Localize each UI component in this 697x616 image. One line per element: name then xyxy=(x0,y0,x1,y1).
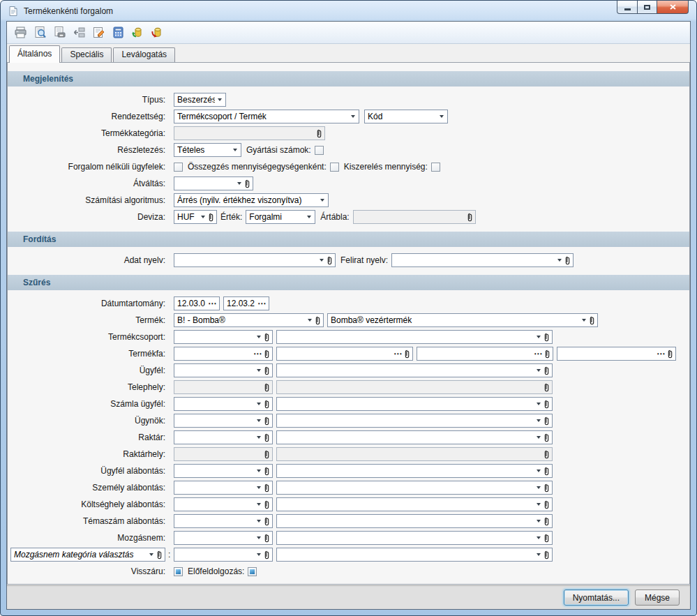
deviza-dropdown[interactable]: HUF xyxy=(174,210,217,224)
termek-dropdown[interactable]: B! - Bomba® xyxy=(174,313,324,327)
ugynok-dropdown[interactable] xyxy=(174,414,273,428)
row-szamitasi-algoritmus: Számítási algoritmus: Árrés (nyilv. érté… xyxy=(8,192,689,209)
ugyfel-alabontas-dropdown[interactable] xyxy=(174,464,273,478)
ugyfel-dropdown[interactable] xyxy=(174,363,273,377)
database-refresh-icon[interactable] xyxy=(130,25,145,40)
termekkategoria-label: Termékkategória: xyxy=(8,128,170,138)
termekcsoport-dropdown[interactable] xyxy=(174,330,273,344)
paperclip-icon xyxy=(544,383,550,392)
chevron-down-icon xyxy=(351,115,355,118)
raktar-label: Raktár: xyxy=(8,433,170,442)
minimize-button[interactable] xyxy=(617,1,638,14)
print-button[interactable]: Nyomtatás... xyxy=(564,589,629,606)
ellipsis-icon[interactable]: ⋯ xyxy=(534,350,542,358)
tab-altalanos[interactable]: Általános xyxy=(9,45,60,63)
paperclip-icon xyxy=(264,366,270,375)
paperclip-icon xyxy=(264,500,270,509)
titlebar[interactable]: Termékenkénti forgalom xyxy=(1,1,696,21)
chevron-down-icon xyxy=(257,520,261,523)
mozgasnem-kategoria-dropdown[interactable] xyxy=(174,548,273,562)
tab-specialis[interactable]: Speciális xyxy=(61,47,112,62)
datum-to-field[interactable]: 12.03.26.⋯ xyxy=(223,296,269,310)
adat-nyelv-dropdown[interactable] xyxy=(174,253,336,267)
print-preview-icon[interactable] xyxy=(33,25,47,40)
print-icon[interactable] xyxy=(13,25,28,40)
chevron-down-icon xyxy=(537,553,541,556)
row-tipus: Típus: Beszerzés xyxy=(8,91,689,108)
gyartasi-szamok-checkbox[interactable] xyxy=(315,146,324,155)
paperclip-icon xyxy=(264,350,270,359)
chevron-down-icon xyxy=(537,469,541,472)
termekcsoport-dropdown-wide[interactable] xyxy=(276,330,553,344)
kiszereles-label: Kiszerelés mennyiség: xyxy=(344,162,428,172)
chevron-down-icon xyxy=(149,553,153,556)
szamla-ugyfel-dropdown[interactable] xyxy=(174,397,273,411)
edit-icon[interactable] xyxy=(91,25,106,40)
raktar-dropdown-wide[interactable] xyxy=(276,430,553,444)
row-datumtartomany: Dátumtartomány: 12.03.01.⋯ 12.03.26.⋯ xyxy=(8,295,689,312)
calculator-icon[interactable] xyxy=(111,25,126,40)
paperclip-icon xyxy=(544,483,550,493)
kiszereles-checkbox[interactable] xyxy=(431,163,440,172)
tipus-label: Típus: xyxy=(8,95,170,105)
atvaltas-dropdown[interactable] xyxy=(174,176,253,190)
termek-dropdown-wide[interactable]: Bomba® vezértermék xyxy=(327,313,598,327)
rendezettseg-order-dropdown[interactable]: Kód xyxy=(364,110,448,123)
rendezettseg-dropdown[interactable]: Termékcsoport / Termék xyxy=(174,110,359,123)
reszletezes-dropdown[interactable]: Tételes xyxy=(174,143,241,157)
termekfa-field-2[interactable]: ⋯ xyxy=(276,347,413,361)
export-icon[interactable] xyxy=(72,25,87,40)
row-atvaltas: Átváltás: xyxy=(8,175,689,192)
koltseghely-alabontas-dropdown-wide[interactable] xyxy=(276,497,553,511)
tab-levalogatas[interactable]: Leválogatás xyxy=(113,47,175,62)
szamla-ugyfel-dropdown-wide[interactable] xyxy=(276,397,553,411)
maximize-button[interactable] xyxy=(638,1,657,14)
chevron-down-icon xyxy=(257,436,261,439)
mozgasnem-kategoria-dropdown-wide[interactable] xyxy=(276,548,553,562)
mozgasnem-dropdown[interactable] xyxy=(174,531,273,545)
document-print-icon[interactable] xyxy=(52,25,67,40)
termekfa-field-4[interactable]: ⋯ xyxy=(557,347,676,361)
paperclip-icon xyxy=(316,129,322,138)
ugynok-dropdown-wide[interactable] xyxy=(276,414,553,428)
raktar-dropdown[interactable] xyxy=(174,430,273,444)
termekfa-field-1[interactable]: ⋯ xyxy=(174,347,273,361)
osszegzes-checkbox[interactable] xyxy=(330,163,339,172)
ellipsis-icon[interactable]: ⋯ xyxy=(394,350,402,358)
szamitasi-algoritmus-dropdown[interactable]: Árrés (nyilv. értékhez viszonyítva) xyxy=(174,193,329,207)
szemely-alabontas-dropdown-wide[interactable] xyxy=(276,481,553,495)
datum-from-field[interactable]: 12.03.01.⋯ xyxy=(174,296,220,310)
row-raktarhely: Raktárhely: xyxy=(8,446,689,463)
ugyfel-label: Ügyfél: xyxy=(8,366,170,375)
elofeldolgozas-checkbox[interactable] xyxy=(248,567,257,576)
close-button[interactable] xyxy=(657,1,689,14)
felirat-nyelv-dropdown[interactable] xyxy=(391,253,574,267)
forgalom-nelkuli-checkbox[interactable] xyxy=(174,163,183,172)
temaszam-alabontas-dropdown-wide[interactable] xyxy=(276,514,553,528)
mozgasnem-kategoria-selector[interactable]: Mozgásnem kategória választás xyxy=(10,548,165,562)
visszaru-checkbox[interactable] xyxy=(174,567,183,576)
ellipsis-icon[interactable]: ⋯ xyxy=(253,350,262,358)
artabla-field xyxy=(353,210,476,224)
tipus-dropdown[interactable]: Beszerzés xyxy=(174,93,226,107)
ellipsis-icon[interactable]: ⋯ xyxy=(657,350,665,358)
chevron-down-icon xyxy=(537,503,541,506)
client-area: Általános Speciális Leválogatás Megjelen… xyxy=(6,21,691,610)
row-termek: Termék: B! - Bomba® Bomba® vezértermék xyxy=(8,312,689,329)
temaszam-alabontas-dropdown[interactable] xyxy=(174,514,273,528)
database-rollback-icon[interactable] xyxy=(150,25,165,40)
ellipsis-icon[interactable]: ⋯ xyxy=(208,299,216,308)
cancel-button[interactable]: Mégse xyxy=(635,589,680,606)
row-ugynok: Ügynök: xyxy=(8,412,689,429)
mozgasnem-dropdown-wide[interactable] xyxy=(276,531,553,545)
ertek-dropdown[interactable]: Forgalmi xyxy=(246,210,315,224)
row-forgalom-nelkuli: Forgalom nélküli ügyfelek: Összegzés men… xyxy=(8,158,689,175)
koltseghely-alabontas-dropdown[interactable] xyxy=(174,497,273,511)
ugyfel-dropdown-wide[interactable] xyxy=(276,363,553,377)
datumtartomany-label: Dátumtartomány: xyxy=(8,299,170,308)
temaszam-alabontas-label: Témaszám alábontás: xyxy=(8,516,170,526)
ellipsis-icon[interactable]: ⋯ xyxy=(257,299,266,308)
ugyfel-alabontas-dropdown-wide[interactable] xyxy=(276,464,553,478)
termekfa-field-3[interactable]: ⋯ xyxy=(417,347,553,361)
szemely-alabontas-dropdown[interactable] xyxy=(174,481,273,495)
